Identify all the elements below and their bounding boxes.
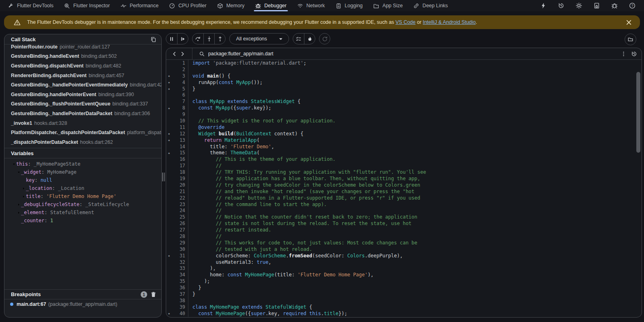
pause-button[interactable] (166, 34, 177, 44)
refresh-button[interactable] (319, 33, 330, 44)
code-line[interactable]: 38 (166, 297, 642, 304)
trash-icon[interactable] (150, 291, 156, 297)
resume-button[interactable] (177, 34, 188, 44)
overflow-menu-button[interactable] (618, 48, 629, 59)
breakpoint-item[interactable]: main.dart:67(package:flutter_app/main.da… (4, 299, 161, 309)
code-line[interactable]: 23 // the command line to start the app)… (166, 201, 642, 208)
code-line[interactable]: ●31 colorScheme: ColorScheme.fromSeed(se… (166, 253, 642, 259)
call-stack-frame[interactable]: GestureBinding.handlePointerEventbinding… (4, 90, 161, 99)
tab-flutter-devtools[interactable]: Flutter DevTools (2, 0, 59, 11)
variable-row[interactable]: this: _MyHomePageState (4, 160, 161, 168)
code-line[interactable]: 7class MyApp extends StatelessWidget { (166, 98, 642, 105)
variable-row[interactable]: _debugLifecycleState: _StateLifecycle (4, 200, 161, 208)
code-line[interactable]: ●5} (166, 86, 642, 92)
code-line[interactable]: 36 } (166, 284, 642, 291)
breakable-line-dot[interactable]: ● (166, 74, 172, 77)
code-line[interactable]: 26 // state is not lost during the reloa… (166, 220, 642, 227)
expander-collapsed-icon[interactable] (16, 211, 21, 215)
help-icon[interactable]: ? (626, 0, 638, 11)
breakable-line-dot[interactable]: ● (166, 81, 172, 84)
code-line[interactable]: 16 // This is the theme of your applicat… (166, 156, 642, 162)
code-line[interactable]: 19 // the application has a blue toolbar… (166, 175, 642, 182)
step-out-button[interactable] (214, 34, 225, 44)
code-line[interactable]: ●40 const MyHomePage({super.key, require… (166, 310, 642, 317)
open-file-button[interactable] (625, 34, 636, 45)
breakable-line-dot[interactable]: ● (166, 132, 172, 135)
panel-splitter-handle[interactable] (162, 173, 165, 181)
breakable-line-dot[interactable]: ● (166, 312, 172, 315)
bolt-icon[interactable] (537, 0, 549, 11)
breakable-line-dot[interactable]: ● (166, 87, 172, 90)
variable-row[interactable]: title: 'Flutter Demo Home Page' (4, 192, 161, 200)
gear-icon[interactable] (573, 0, 585, 11)
file-history-button[interactable] (629, 48, 639, 59)
vs-code-link[interactable]: VS Code (395, 19, 416, 25)
code-line[interactable]: 28 // (166, 233, 642, 240)
history-icon[interactable] (555, 0, 567, 11)
vertical-scrollbar-thumb[interactable] (636, 72, 640, 153)
code-line[interactable]: 6 (166, 92, 642, 98)
flame-button[interactable] (304, 34, 315, 44)
breakable-line-dot[interactable]: ● (166, 254, 172, 257)
step-in-button[interactable] (203, 34, 214, 44)
tab-flutter-inspector[interactable]: Flutter Inspector (59, 0, 115, 11)
code-line[interactable]: 11 @override (166, 124, 642, 130)
code-line[interactable]: 2 (166, 66, 642, 73)
tab-app-size[interactable]: App Size (368, 0, 408, 11)
tab-performance[interactable]: Performance (115, 0, 164, 11)
expander-collapsed-icon[interactable] (21, 195, 26, 198)
variable-row[interactable]: _location: _Location (4, 184, 161, 192)
code-line[interactable]: 24 // (166, 207, 642, 214)
code-line[interactable]: 39class MyHomePage extends StatefulWidge… (166, 304, 642, 310)
code-line[interactable]: ●3void main() { (166, 73, 642, 79)
tab-debugger[interactable]: Debugger (250, 0, 292, 11)
code-line[interactable]: 32 useMaterial3: true, (166, 259, 642, 265)
code-line[interactable]: ●15 theme: ThemeData( (166, 149, 642, 156)
code-line[interactable]: 37} (166, 291, 642, 297)
code-line[interactable]: ●12 Widget build(BuildContext context) { (166, 130, 642, 137)
code-line[interactable]: ●8 const MyApp({super.key}); (166, 105, 642, 111)
step-over-button[interactable] (192, 34, 203, 44)
code-line[interactable]: 30 // tested with just a hot reload. (166, 246, 642, 253)
code-line[interactable]: 21 // and then invoke "hot reload" (save… (166, 188, 642, 195)
call-stack-frame[interactable]: GestureBinding.handleEventbinding.dart:5… (4, 52, 161, 61)
report-bug-icon[interactable] (608, 0, 621, 11)
code-line[interactable]: ●13 return MaterialApp( (166, 137, 642, 143)
code-line[interactable]: 10 // This widget is the root of your ap… (166, 118, 642, 124)
breakable-line-dot[interactable]: ● (166, 152, 172, 154)
code-line[interactable]: 22 // reload" button in a Flutter-suppor… (166, 195, 642, 201)
copy-icon[interactable] (150, 36, 156, 42)
variable-row[interactable]: _widget: MyHomePage (4, 168, 161, 176)
tab-memory[interactable]: Memory (212, 0, 250, 11)
breakable-line-dot[interactable]: ● (166, 107, 172, 109)
code-line[interactable]: 18 // TRY THIS: Try running your applica… (166, 169, 642, 175)
code-line[interactable]: 25 // Notice that the counter didn't res… (166, 214, 642, 220)
code-line[interactable]: 35 ); (166, 278, 642, 284)
expander-expanded-icon[interactable] (16, 170, 21, 174)
call-stack-frame[interactable]: GestureBinding._handlePointerEventImmedi… (4, 80, 161, 90)
history-forward-button[interactable] (178, 48, 186, 59)
variable-row[interactable]: key: null (4, 176, 161, 184)
tab-logging[interactable]: Logging (330, 0, 368, 11)
expander-collapsed-icon[interactable] (16, 203, 21, 206)
code-line[interactable]: ●4 runApp(const MyApp()); (166, 79, 642, 86)
call-stack-frame[interactable]: GestureBinding._handlePointerDataPacketb… (4, 109, 161, 118)
call-stack-frame[interactable]: _invoke1hooks.dart:328 (4, 118, 161, 128)
open-file-tab[interactable]: package:flutter_app/main.dart (192, 48, 280, 59)
code-line[interactable]: 29 // This works for code too, not just … (166, 240, 642, 246)
code-line[interactable]: 17 // (166, 162, 642, 169)
call-stack-frame[interactable]: PlatformDispatcher._dispatchPointerDataP… (4, 128, 161, 137)
code-line[interactable]: 20 // try changing the seedColor in the … (166, 182, 642, 188)
expander-collapsed-icon[interactable] (21, 187, 26, 190)
tab-deep-links[interactable]: Deep Links (408, 0, 453, 11)
code-line[interactable]: 33 ), (166, 265, 642, 272)
code-line[interactable]: 14 title: 'Flutter Demo', (166, 143, 642, 150)
history-back-button[interactable] (170, 48, 178, 59)
code-line[interactable]: 1import 'package:flutter/material.dart'; (166, 60, 642, 66)
call-stack-frame[interactable]: RendererBinding.dispatchEventbinding.dar… (4, 71, 161, 80)
code-line[interactable]: 27 // restart instead. (166, 227, 642, 233)
code-line[interactable]: 9 (166, 111, 642, 118)
call-stack-frame[interactable]: GestureBinding.dispatchEventbinding.dart… (4, 61, 161, 71)
checklist-button[interactable] (293, 34, 304, 44)
intellij-link[interactable]: IntelliJ & Android Studio (423, 19, 476, 25)
